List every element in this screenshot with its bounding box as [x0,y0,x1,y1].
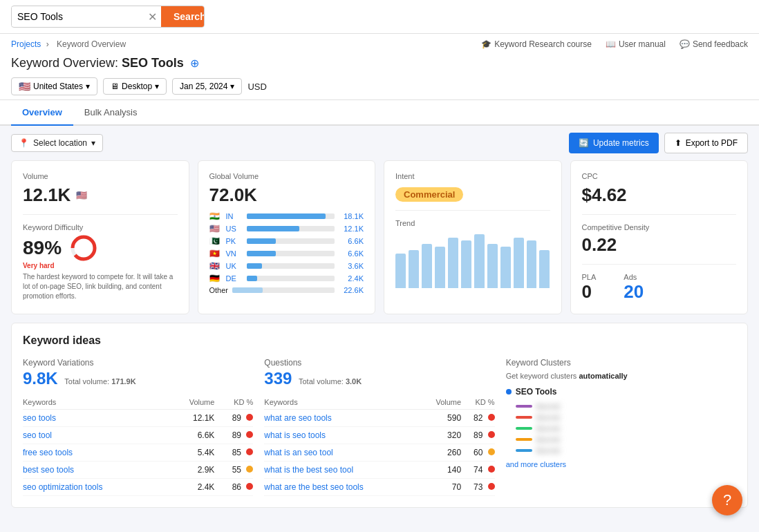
cluster-sub-item: blurred [516,424,736,433]
send-feedback-link[interactable]: 💬 Send feedback [680,39,748,49]
tab-bulk-analysis[interactable]: Bulk Analysis [73,100,149,126]
svg-point-1 [73,237,95,259]
variations-count: 9.8K [23,369,58,388]
tab-overview[interactable]: Overview [11,100,73,126]
chevron-down-icon: ▾ [86,82,90,91]
country-bar-track [247,238,335,244]
help-button[interactable]: ? [712,485,742,515]
variations-title: Keyword Variations [23,358,253,368]
country-row: 🇺🇸 US 12.1K [209,224,364,234]
cluster-main-item: SEO Tools [506,387,736,397]
cluster-dot [506,389,512,395]
trend-bar [448,238,458,288]
volume-cell: 70 [421,479,461,496]
keyword-link[interactable]: best seo tools [23,465,74,475]
update-metrics-button[interactable]: 🔄 Update metrics [569,133,659,153]
country-flag-icon: 🇻🇳 [209,249,222,258]
country-flag-icon: 🇵🇰 [209,236,222,246]
keyword-link[interactable]: free seo tools [23,448,73,457]
questions-total: Total volume: 3.0K [299,377,362,386]
chevron-down-icon: ▾ [91,138,95,148]
country-bar-track [247,263,335,269]
volume-cell: 2.4K [168,479,214,496]
add-icon[interactable]: ⊕ [190,57,199,69]
us-flag-icon: 🇺🇸 [19,81,30,92]
question-link[interactable]: what is seo tools [264,430,326,440]
search-button[interactable]: Search [161,6,205,27]
other-bar-fill [232,287,263,293]
keyword-link[interactable]: seo optimization tools [23,482,102,492]
kd-dot-icon [488,448,495,455]
trend-bar [409,250,419,288]
trend-label: Trend [395,219,550,227]
country-filter[interactable]: 🇺🇸 United States ▾ [11,77,97,95]
kd-cell: 60 [461,444,495,462]
toolbar: 📍 Select location ▾ 🔄 Update metrics ⬆ E… [0,126,759,160]
breadcrumb-current: Keyword Overview [57,39,126,49]
keyword-link[interactable]: seo tool [23,430,52,440]
desktop-icon: 🖥 [111,82,119,91]
cluster-sub-item: blurred [516,402,736,410]
us-flag-icon: 🇺🇸 [76,190,87,200]
book-icon: 📖 [606,39,616,49]
country-code: VN [226,249,243,258]
volume-kd-card: Volume 12.1K 🇺🇸 Keyword Difficulty 89% V… [11,160,189,314]
kd-cell: 89 [214,427,253,444]
other-val: 22.6K [339,286,364,294]
country-code: IN [226,212,243,220]
breadcrumb-separator: › [46,39,51,49]
more-clusters[interactable]: and more clusters [506,460,736,468]
country-val: 6.6K [339,237,364,245]
variations-column: Keyword Variations 9.8K Total volume: 17… [23,358,253,496]
keyword-link[interactable]: seo tools [23,413,56,423]
search-input[interactable] [12,7,144,26]
location-select[interactable]: 📍 Select location ▾ [11,134,103,152]
question-link[interactable]: what is the best seo tool [264,465,353,475]
country-code: DE [226,274,243,283]
keyword-cell: seo tools [23,410,168,427]
trend-bars [395,233,550,288]
kw-research-link[interactable]: 🎓 Keyword Research course [481,39,592,49]
kd-value: 89% [23,237,62,259]
cluster-sub-items: blurred blurred blurred blurred blurred [516,402,736,455]
volume-cell: 590 [421,410,461,427]
kd-dot-icon [246,431,253,438]
user-manual-link[interactable]: 📖 User manual [606,39,666,49]
country-rows: 🇮🇳 IN 18.1K 🇺🇸 US 12.1K 🇵🇰 PK 6.6K 🇻🇳 VN… [209,211,364,283]
date-filter[interactable]: Jan 25, 2024 ▾ [172,78,242,95]
country-val: 12.1K [339,225,364,233]
cluster-color-bar [516,405,532,408]
kd-description: The hardest keyword to compete for. It w… [23,272,178,301]
device-filter[interactable]: 🖥 Desktop ▾ [103,78,167,95]
country-bar-track [247,226,335,231]
table-row: seo tool 6.6K 89 [23,427,253,444]
pla-item: PLA 0 [582,273,597,303]
questions-kd-header: KD % [461,395,495,410]
question-link[interactable]: what are seo tools [264,413,331,423]
kd-dot-icon [488,431,495,438]
trend-bar [527,240,537,288]
kd-dot-icon [246,466,253,473]
question-link[interactable]: what are the best seo tools [264,482,363,492]
kd-dot-icon [246,448,253,455]
keyword-ideas-columns: Keyword Variations 9.8K Total volume: 17… [23,358,736,496]
export-pdf-button[interactable]: ⬆ Export to PDF [664,133,748,153]
volume-value: 12.1K [23,184,71,206]
kd-cell: 73 [461,479,495,496]
table-row: seo tools 12.1K 89 [23,410,253,427]
variations-tbody: seo tools 12.1K 89 seo tool 6.6K 89 free… [23,410,253,496]
pla-label: PLA [582,273,597,281]
keyword-ideas-section: Keyword ideas Keyword Variations 9.8K To… [11,323,748,508]
questions-vol-header: Volume [421,395,461,410]
global-volume-label: Global Volume [209,172,364,180]
clear-button[interactable]: ✕ [144,10,161,23]
intent-trend-card: Intent Commercial Trend [384,160,562,314]
currency-label: USD [247,82,266,92]
filters-row: 🇺🇸 United States ▾ 🖥 Desktop ▾ Jan 25, 2… [0,73,759,100]
projects-link[interactable]: Projects [11,39,41,49]
cluster-blurred-label: blurred [536,435,560,444]
country-row: 🇻🇳 VN 6.6K [209,249,364,258]
keyword-ideas-title: Keyword ideas [23,334,736,347]
variations-kw-header: Keywords [23,395,168,410]
question-link[interactable]: what is an seo tool [264,448,332,457]
